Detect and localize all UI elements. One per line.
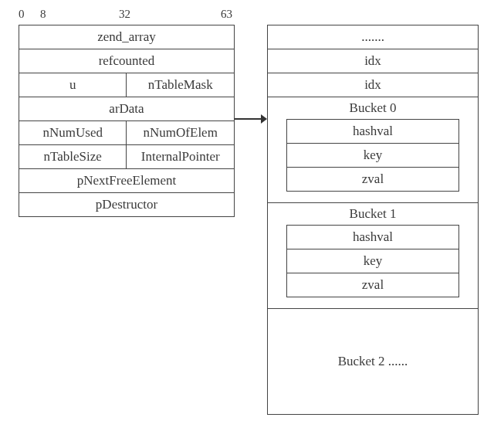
- bucket-2-label: Bucket 2 ......: [338, 354, 408, 368]
- field-pdestructor: pDestructor: [19, 193, 235, 217]
- tick-0: 0: [19, 8, 25, 21]
- field-zend-array: zend_array: [19, 25, 235, 49]
- field-internalpointer: InternalPointer: [127, 145, 235, 169]
- svg-marker-1: [261, 114, 267, 124]
- bucket-1-zval: zval: [287, 273, 458, 297]
- field-ntablemask: nTableMask: [127, 73, 235, 97]
- bucket-0-hashval: hashval: [287, 120, 458, 144]
- idx-dots: .......: [268, 25, 479, 49]
- field-pnextfreeelement: pNextFreeElement: [19, 169, 235, 193]
- bucket-0-key: key: [287, 144, 458, 168]
- bucket-1-label: Bucket 1: [350, 206, 397, 221]
- bucket-1: Bucket 1 hashval key zval: [268, 203, 479, 309]
- field-u: u: [19, 73, 127, 97]
- bucket-0: Bucket 0 hashval key zval: [268, 97, 479, 203]
- tick-63: 63: [221, 8, 232, 21]
- field-nnumused: nNumUsed: [19, 121, 127, 145]
- bucket-0-label: Bucket 0: [350, 100, 397, 115]
- bucket-2: Bucket 2 ......: [268, 309, 479, 415]
- bucket-1-inner: hashval key zval: [286, 225, 458, 297]
- field-ardata: arData: [19, 97, 235, 121]
- bucket-0-zval: zval: [287, 168, 458, 192]
- zend-array-struct: zend_array refcounted u nTableMask arDat…: [19, 25, 235, 217]
- field-ntablesize: nTableSize: [19, 145, 127, 169]
- bit-ruler: 0 8 32 63: [19, 8, 235, 23]
- tick-8: 8: [40, 8, 46, 21]
- field-nnumofelem: nNumOfElem: [127, 121, 235, 145]
- idx-slot-2: idx: [268, 73, 479, 97]
- diagram-container: 0 8 32 63 zend_array refcounted u nTable…: [8, 8, 486, 440]
- tick-32: 32: [119, 8, 130, 21]
- arrow-icon: [235, 111, 267, 127]
- bucket-0-inner: hashval key zval: [286, 119, 458, 192]
- bucket-1-key: key: [287, 249, 458, 273]
- field-refcounted: refcounted: [19, 49, 235, 73]
- bucket-1-hashval: hashval: [287, 226, 458, 249]
- bucket-array: ....... idx idx Bucket 0 hashval key zva…: [267, 25, 479, 415]
- idx-slot-1: idx: [268, 49, 479, 73]
